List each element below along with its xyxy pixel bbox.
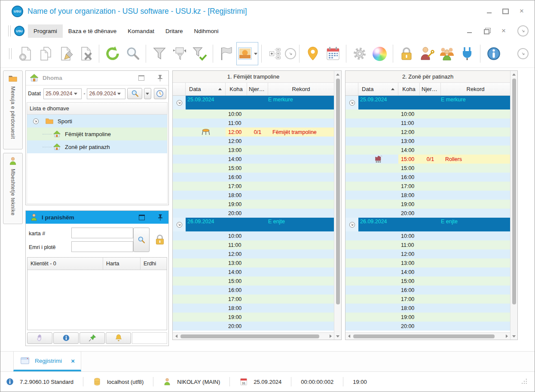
schedule-date-row[interactable]: 26.09.2024E enjte xyxy=(173,218,334,231)
schedule-time-row[interactable]: 16:00 xyxy=(173,173,334,182)
toolbar-more-icon-2[interactable] xyxy=(517,48,529,59)
schedule-time-row[interactable]: 18:00 xyxy=(173,191,334,200)
schedule-time-row[interactable]: 10:00 xyxy=(173,109,334,119)
sidebar-tab-tech-support[interactable]: Mbeshtetje teknike xyxy=(3,153,23,224)
chevron-down-icon[interactable] xyxy=(117,93,121,95)
filter-columns-button[interactable] xyxy=(169,43,190,64)
scrollbar-thumb[interactable] xyxy=(180,334,319,338)
horizontal-scrollbar[interactable] xyxy=(173,332,334,340)
schedule-date-row[interactable]: 26.09.2024E enjte xyxy=(345,218,510,231)
schedule-time-row[interactable]: 18:00 xyxy=(173,304,334,313)
color-theme-button[interactable] xyxy=(370,43,390,64)
mdi-close-icon[interactable]: × xyxy=(500,28,507,34)
vertical-scrollbar[interactable] xyxy=(510,71,517,340)
schedule-time-row[interactable]: 10:00 xyxy=(345,231,510,240)
schedule-time-row[interactable]: 13:00 xyxy=(173,258,334,267)
data-column-header[interactable]: Data xyxy=(186,83,226,95)
expand-icon[interactable] xyxy=(349,221,356,228)
arrived-column-header[interactable]: Erdhi xyxy=(141,258,167,270)
data-column-header[interactable]: Data xyxy=(358,83,398,95)
counters-button[interactable] xyxy=(265,43,285,64)
mdi-menu-chevron-icon[interactable] xyxy=(517,25,529,36)
schedule-time-row[interactable]: 16:00 xyxy=(345,173,510,182)
schedule-time-row[interactable]: 17:00 xyxy=(345,295,510,304)
vertical-scrollbar[interactable] xyxy=(334,71,341,340)
schedule-time-row[interactable]: 14:00 xyxy=(173,267,334,277)
schedule-time-row[interactable]: 19:00 xyxy=(345,313,510,322)
maximize-icon[interactable] xyxy=(502,8,509,14)
date-from-input[interactable]: 25.09.2024 xyxy=(43,88,82,99)
clients-table-body[interactable] xyxy=(28,270,167,330)
schedule-time-row[interactable]: 12:00 xyxy=(173,137,334,146)
schedule-time-row[interactable]: 19:00 xyxy=(345,200,510,209)
map-column-header[interactable]: Harta xyxy=(103,258,141,270)
schedule-time-row[interactable]: 16:00 xyxy=(345,286,510,295)
menu-dritare[interactable]: Dritare xyxy=(160,24,189,38)
expand-icon[interactable] xyxy=(176,99,183,106)
schedule-time-row[interactable]: 11:00 xyxy=(173,119,334,128)
edit-record-button[interactable] xyxy=(55,43,76,64)
schedule-time-row[interactable]: 12:00 xyxy=(173,249,334,258)
scrollbar-thumb[interactable] xyxy=(353,334,495,338)
schedule-time-row[interactable]: 15:00 xyxy=(345,277,510,286)
scroll-right-icon[interactable] xyxy=(327,333,334,340)
koha-column-header[interactable]: Koha xyxy=(398,83,420,95)
schedule-time-row[interactable]: 19:00 xyxy=(173,200,334,209)
rooms-list-header[interactable]: Lista e dhomave xyxy=(27,102,168,115)
schedule-time-row[interactable]: 14:00 xyxy=(173,155,334,164)
lock-icon[interactable] xyxy=(154,233,166,246)
scroll-left-icon[interactable] xyxy=(173,333,180,340)
schedule-time-row[interactable]: 15:00 xyxy=(345,164,510,173)
present-search-button[interactable] xyxy=(133,228,150,252)
toolbar-drag-handle-2[interactable] xyxy=(9,48,12,59)
rekord-column-header[interactable]: Rekord xyxy=(441,83,510,95)
expand-icon[interactable] xyxy=(176,221,183,228)
schedule-time-row[interactable]: 14:00 xyxy=(345,267,510,277)
tree-room-row[interactable]: Fëmijët trampoline xyxy=(27,128,167,140)
bell-button[interactable] xyxy=(106,332,131,344)
scroll-right-icon[interactable] xyxy=(503,333,510,340)
info-client-button[interactable] xyxy=(53,332,79,344)
schedule-time-row[interactable]: 13:00 xyxy=(173,146,334,155)
close-icon[interactable]: × xyxy=(518,8,525,14)
integrations-button[interactable] xyxy=(457,43,477,64)
schedule-time-row[interactable]: 17:00 xyxy=(345,182,510,191)
menu-database[interactable]: Baza e të dhënave xyxy=(63,24,122,38)
schedule-time-row[interactable]: 10:00 xyxy=(173,231,334,240)
schedule-time-row[interactable]: 11:00 xyxy=(173,240,334,249)
scroll-left-icon[interactable] xyxy=(345,333,352,340)
schedule-time-row[interactable]: 13:00 xyxy=(345,137,510,146)
quick-card-input[interactable] xyxy=(132,332,167,344)
scroll-up-icon[interactable] xyxy=(334,71,341,78)
schedule-time-row[interactable]: 10:00 xyxy=(345,109,510,119)
date-to-input[interactable]: 26.09.2024 xyxy=(87,88,125,99)
copy-record-button[interactable] xyxy=(35,43,55,64)
delete-record-button[interactable] xyxy=(76,43,96,64)
schedule-time-row[interactable]: 18:00 xyxy=(345,304,510,313)
schedule-time-row[interactable]: 12:00 xyxy=(345,128,510,137)
schedule-time-row[interactable]: 16:00 xyxy=(173,286,334,295)
filter-button[interactable] xyxy=(149,43,169,64)
schedule-time-row[interactable]: 14:00 xyxy=(345,146,510,155)
toolbar-more-icon-1[interactable] xyxy=(285,48,296,59)
schedule-time-row[interactable]: 20:00 xyxy=(173,209,334,218)
tree-room-row[interactable]: Zonë për patinazh xyxy=(27,140,167,153)
schedule-time-row[interactable]: 12:00 xyxy=(345,249,510,258)
pin-icon[interactable] xyxy=(156,213,165,222)
panel-maximize-icon[interactable] xyxy=(139,215,145,220)
schedule-time-row[interactable]: 18:00 xyxy=(345,191,510,200)
schedule-time-row[interactable]: 20:00 xyxy=(345,209,510,218)
scroll-down-icon[interactable] xyxy=(334,333,341,340)
schedule-time-row[interactable]: 20:00 xyxy=(345,322,510,331)
scrollbar-thumb[interactable] xyxy=(512,79,516,304)
toolbar-drag-handle[interactable] xyxy=(8,25,11,36)
schedule-time-row[interactable]: 15:00 xyxy=(173,164,334,173)
info-button[interactable] xyxy=(483,43,504,64)
expand-icon[interactable] xyxy=(349,99,356,106)
menu-ndihmoni[interactable]: Ndihmoni xyxy=(188,24,224,38)
image-view-dropdown-icon[interactable] xyxy=(254,53,257,55)
location-button[interactable] xyxy=(303,43,323,64)
schedule-date-row[interactable]: 25.09.2024E merkure xyxy=(345,96,510,109)
njer-column-header[interactable]: Njer… xyxy=(420,83,441,95)
time-filter-button[interactable] xyxy=(154,88,166,99)
